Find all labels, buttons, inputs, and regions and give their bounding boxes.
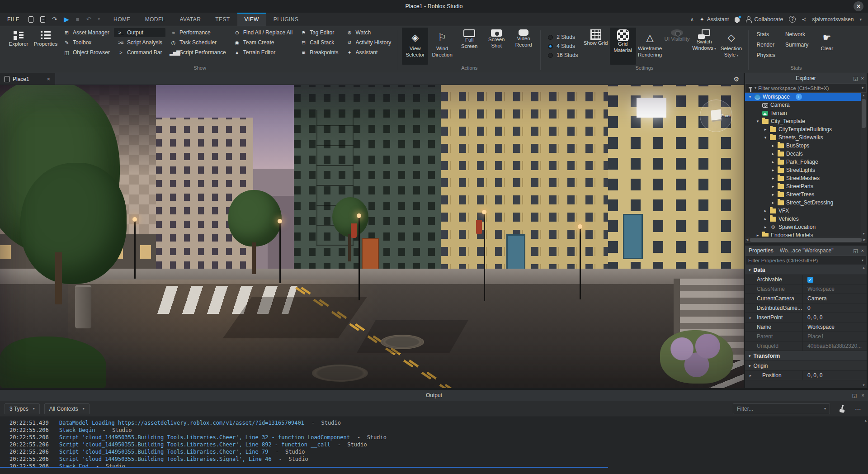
viewport-3d[interactable]: Front xyxy=(0,85,744,388)
close-icon[interactable]: × xyxy=(861,248,864,253)
ribbon-button-watch[interactable]: ⊚Watch xyxy=(343,28,395,37)
properties-filter-input[interactable] xyxy=(748,258,860,263)
ribbon-button-call-stack[interactable]: ⊟Call Stack xyxy=(297,38,341,47)
log-line[interactable]: 20:22:55.206Script 'cloud_144950355.Buil… xyxy=(0,448,868,455)
tree-item-citytemplatebuildings[interactable]: ▸CityTemplateBuildings xyxy=(745,125,867,133)
property-value-cell[interactable]: 0, 0, 0 xyxy=(803,313,867,322)
menu-tab-test[interactable]: TEST xyxy=(208,13,237,26)
help-icon[interactable]: ? xyxy=(789,16,796,23)
property-section-origin[interactable]: ▾Origin xyxy=(745,361,867,371)
username[interactable]: sjalvmordsvalsen xyxy=(812,16,854,23)
ribbon-button-wind-direction[interactable]: ⚐Wind Direction xyxy=(429,28,455,65)
scroll-right-icon[interactable]: ▶ xyxy=(863,237,866,242)
tree-item-streettrees[interactable]: ▸StreetTrees xyxy=(745,190,867,199)
output-filter-input[interactable] xyxy=(737,406,821,412)
tree-item-endorsed-models[interactable]: ▸Endorsed Models xyxy=(745,231,867,237)
notifications-button[interactable] xyxy=(735,17,740,22)
expand-open-icon[interactable]: ▾ xyxy=(755,119,760,123)
property-value-cell[interactable]: ✓ xyxy=(803,275,867,284)
ribbon-button-script-performance[interactable]: ▂▅▇Script Performance xyxy=(166,48,229,57)
tab-close-icon[interactable]: × xyxy=(47,76,50,82)
tree-item-city-template[interactable]: ▾City_Template xyxy=(745,117,867,125)
expand-closed-icon[interactable]: ▸ xyxy=(771,143,775,148)
ribbon-button-selection-style[interactable]: ◇Selection Style ▾ xyxy=(718,28,745,65)
expand-closed-icon[interactable]: ▸ xyxy=(750,316,751,320)
viewport-settings-gear-icon[interactable]: ⚙ xyxy=(733,73,739,85)
ribbon-button-command-bar[interactable]: >Command Bar xyxy=(114,48,165,57)
properties-vertical-scrollbar[interactable]: ▲ ▼ xyxy=(861,265,867,388)
add-instance-button[interactable]: + xyxy=(796,94,802,100)
play-button[interactable]: ▶ xyxy=(64,16,69,23)
ribbon-button-view-selector[interactable]: ◈View Selector xyxy=(402,28,428,65)
menu-tab-plugins[interactable]: PLUGINS xyxy=(266,13,306,26)
ribbon-button-terrain-editor[interactable]: ▲Terrain Editor xyxy=(230,48,296,57)
ribbon-button-breakpoints[interactable]: ◙Breakpoints xyxy=(297,48,341,57)
context-filter-dropdown[interactable]: All Contexts ▾ xyxy=(44,403,90,414)
ribbon-button-script-analysis[interactable]: >≡Script Analysis xyxy=(114,38,165,47)
ribbon-button-wireframe-rendering[interactable]: △Wireframe Rendering xyxy=(637,28,663,65)
popout-icon[interactable]: ◱ xyxy=(852,393,857,398)
window-close-button[interactable]: × xyxy=(854,1,863,11)
ribbon-button-assistant[interactable]: ✦Assistant xyxy=(343,48,395,57)
tree-item-streets-sidewalks[interactable]: ▾Streets_Sidewalks xyxy=(745,133,867,142)
expand-closed-icon[interactable]: ▸ xyxy=(763,127,768,132)
expand-closed-icon[interactable]: ▸ xyxy=(771,184,775,189)
ribbon-button-properties[interactable]: Properties xyxy=(33,28,59,65)
popout-icon[interactable]: ◱ xyxy=(853,248,858,254)
publish-icon[interactable] xyxy=(40,16,45,23)
scroll-up-icon[interactable]: ▲ xyxy=(865,419,867,422)
checkbox-icon[interactable]: ✓ xyxy=(807,277,813,283)
collapse-ribbon-icon[interactable]: ∧ xyxy=(690,17,693,22)
expand-closed-icon[interactable]: ▸ xyxy=(771,152,775,156)
expand-open-icon[interactable]: ▾ xyxy=(763,135,768,140)
menu-tab-view[interactable]: VIEW xyxy=(237,13,266,26)
tree-item-spawnlocation[interactable]: ▸⚙SpawnLocation xyxy=(745,223,867,231)
ribbon-button-clear[interactable]: ☛Clear xyxy=(814,28,840,65)
tree-item-streetparts[interactable]: ▸StreetParts xyxy=(745,182,867,190)
expand-closed-icon[interactable]: ▸ xyxy=(771,192,775,197)
ribbon-button-full-screen[interactable]: Full Screen xyxy=(456,28,482,65)
scroll-left-icon[interactable]: ◀ xyxy=(746,237,748,242)
ribbon-button-screen-shot[interactable]: Screen Shot xyxy=(483,28,509,65)
property-value-cell[interactable]: 0 xyxy=(803,303,867,313)
tree-item-vehicles[interactable]: ▸Vehicles xyxy=(745,215,867,223)
scroll-up-icon[interactable]: ▲ xyxy=(862,265,865,270)
view-selector-cube[interactable]: Front xyxy=(700,100,732,132)
explorer-horizontal-scrollbar[interactable]: ◀ ▶ xyxy=(745,237,867,243)
customize-toolbar-caret-icon[interactable]: ▾ xyxy=(98,17,100,21)
tree-item-terrain[interactable]: Terrain xyxy=(745,109,867,117)
explorer-vertical-scrollbar[interactable]: ▲ ▼ xyxy=(861,93,867,237)
ribbon-button-task-scheduler[interactable]: ◷Task Scheduler xyxy=(166,38,229,47)
popout-icon[interactable]: ◱ xyxy=(853,76,858,81)
expand-closed-icon[interactable]: ▸ xyxy=(771,176,775,180)
close-icon[interactable]: × xyxy=(862,393,864,398)
log-line[interactable]: 20:22:55.206Script 'cloud_144950355.Buil… xyxy=(0,434,868,441)
scroll-up-icon[interactable]: ▲ xyxy=(862,93,865,98)
expand-open-icon[interactable]: ▾ xyxy=(748,95,752,99)
ribbon-button-grid-material[interactable]: Grid Material xyxy=(610,28,636,65)
filter-dropdown-caret-icon[interactable]: ▾ xyxy=(862,86,863,90)
ribbon-button-toolbox[interactable]: ✎Toolbox xyxy=(60,38,113,47)
more-options-icon[interactable]: ⋯ xyxy=(855,405,862,412)
tree-item-camera[interactable]: Camera xyxy=(745,101,867,109)
scrollbar-thumb[interactable] xyxy=(862,99,866,128)
property-value-cell[interactable]: 0, 0, 0 xyxy=(803,371,867,380)
tree-item-busstops[interactable]: ▸BusStops xyxy=(745,142,867,150)
log-line[interactable]: 20:22:55.206Stack Begin- Studio xyxy=(0,427,868,434)
stud-option-4-studs[interactable]: 4 Studs xyxy=(548,43,578,49)
scroll-down-icon[interactable]: ▼ xyxy=(862,383,865,388)
tree-item-streetlights[interactable]: ▸StreetLights xyxy=(745,166,867,174)
expand-closed-icon[interactable]: ▸ xyxy=(763,217,768,221)
property-value-cell[interactable]: Camera xyxy=(803,294,867,303)
expand-closed-icon[interactable]: ▸ xyxy=(771,160,775,164)
property-section-transform[interactable]: ▾Transform xyxy=(745,351,867,361)
menu-tab-avatar[interactable]: AVATAR xyxy=(172,13,208,26)
stat-toggle-summary[interactable]: Summary xyxy=(785,42,808,48)
ribbon-button-tag-editor[interactable]: ⚑Tag Editor xyxy=(297,28,341,37)
expand-closed-icon[interactable]: ▸ xyxy=(750,374,751,378)
expand-closed-icon[interactable]: ▸ xyxy=(755,233,760,237)
log-line[interactable]: 20:22:55.206Script 'cloud_144950355.Buil… xyxy=(0,441,868,448)
explorer-filter-input[interactable] xyxy=(758,85,860,91)
expand-closed-icon[interactable]: ▸ xyxy=(763,209,768,213)
tree-item-street-setdressing[interactable]: ▸Street_SetDressing xyxy=(745,199,867,207)
